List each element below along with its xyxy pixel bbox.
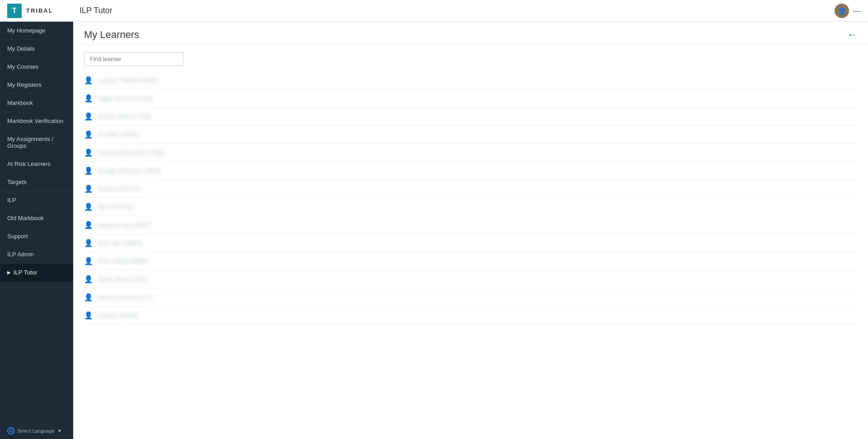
person-icon: 👤 [84, 311, 93, 320]
person-icon: 👤 [84, 94, 93, 103]
person-icon: 👤 [84, 184, 93, 193]
person-icon: 👤 [84, 76, 93, 85]
person-icon: 👤 [84, 239, 93, 247]
search-input[interactable] [84, 52, 183, 66]
list-item[interactable]: 👤Narem Allxxxxx (377) [84, 288, 857, 307]
content-area: My Learners ← 👤Learner TRMM 456893👤Tigge… [73, 22, 868, 439]
learner-name: Learner blurred [98, 312, 138, 319]
logo-letter: T [12, 7, 17, 15]
sidebar-item-old-markbook[interactable]: Old Markbook [0, 209, 73, 227]
sidebar-item-my-courses[interactable]: My Courses [0, 58, 73, 76]
person-icon: 👤 [84, 203, 93, 211]
learner-name: Tigger Xxxxxxx (T53) [98, 95, 153, 102]
back-button[interactable]: ← [847, 29, 857, 41]
minimize-button[interactable]: — [853, 7, 861, 15]
person-icon: 👤 [84, 293, 93, 302]
sidebar-item-ilp-admin[interactable]: ILP Admin [0, 245, 73, 264]
list-item[interactable]: 👤Nayaram de (J4897) [84, 216, 857, 234]
sidebar-item-markbook-verification[interactable]: Markbook Verification [0, 112, 73, 130]
learner-name: Narem Allxxxxx (377) [98, 294, 153, 301]
page-title: My Learners [84, 29, 139, 41]
select-language-label: Select Language [17, 428, 55, 434]
header-user: 👤 — [835, 4, 861, 18]
learner-name: Si edits (J3894) [98, 131, 138, 138]
select-language-arrow: ▼ [57, 428, 62, 434]
person-icon: 👤 [84, 148, 93, 157]
learner-name: Oner (de (J4894) [98, 240, 142, 246]
list-item[interactable]: 👤Animara Alexunder (TM8) [84, 144, 857, 162]
list-item[interactable]: 👤Oner A5486 J6694) [84, 252, 857, 270]
person-icon: 👤 [84, 221, 93, 229]
learner-list: 👤Learner TRMM 456893👤Tigger Xxxxxxx (T53… [73, 70, 868, 326]
logo-text: TRIBAL [26, 7, 53, 14]
list-item[interactable]: 👤Nerri de (Feb) [84, 198, 857, 216]
learner-name: Nayaram de (J4897) [98, 222, 151, 228]
person-icon: 👤 [84, 166, 93, 175]
list-item[interactable]: 👤Sonrge Alxxxxxxr (J500) [84, 162, 857, 180]
main-layout: My HomepageMy DetailsMy CoursesMy Regist… [0, 22, 868, 439]
list-item[interactable]: 👤Learner blurred [84, 307, 857, 325]
learner-name: Learner TRMM 456893 [98, 77, 158, 84]
google-icon: G [7, 427, 14, 434]
learner-name: Oner A5486 J6694) [98, 258, 149, 264]
learner-name: Surier Alerce (T46) [98, 276, 147, 283]
logo-area: T TRIBAL [7, 4, 79, 18]
sidebar-item-my-homepage[interactable]: My Homepage [0, 22, 73, 40]
learner-name: Sonrge Alxxxxxxr (J500) [98, 167, 161, 174]
sidebar: My HomepageMy DetailsMy CoursesMy Regist… [0, 22, 73, 439]
avatar[interactable]: 👤 [835, 4, 849, 18]
learner-name: Animara Alexunder (TM8) [98, 149, 164, 156]
sidebar-item-my-assignments---groups[interactable]: My Assignments / Groups [0, 130, 73, 155]
sidebar-item-support[interactable]: Support [0, 227, 73, 245]
list-item[interactable]: 👤Learner TRMM 456893 [84, 71, 857, 90]
list-item[interactable]: 👤Oner (de (J4894) [84, 234, 857, 252]
learner-name: Nerri de (Feb) [98, 203, 134, 210]
person-icon: 👤 [84, 130, 93, 139]
sidebar-item-ilp[interactable]: ILP [0, 191, 73, 209]
learner-name: Nartnxa (6d717) [98, 185, 140, 192]
list-item[interactable]: 👤Surier Alerce (T46) [84, 270, 857, 288]
search-area [73, 45, 868, 70]
sidebar-item-at-risk-learners[interactable]: At Risk Learners [0, 155, 73, 173]
person-icon: 👤 [84, 275, 93, 283]
list-item[interactable]: 👤Si edits (J3894) [84, 126, 857, 144]
sidebar-item-my-registers[interactable]: My Registers [0, 76, 73, 94]
app-title: ILP Tutor [79, 6, 112, 15]
top-header: T TRIBAL ILP Tutor 👤 — [0, 0, 868, 22]
learner-name: Sencer Allerce (T34) [98, 113, 151, 120]
sidebar-item-targets[interactable]: Targets [0, 173, 73, 191]
sidebar-item-ilp-tutor[interactable]: ILP Tutor [0, 264, 73, 282]
content-header: My Learners ← [73, 22, 868, 45]
list-item[interactable]: 👤Tigger Xxxxxxx (T53) [84, 90, 857, 108]
logo-box: T [7, 4, 22, 18]
list-item[interactable]: 👤Nartnxa (6d717) [84, 180, 857, 198]
list-item[interactable]: 👤Sencer Allerce (T34) [84, 108, 857, 126]
sidebar-item-markbook[interactable]: Markbook [0, 94, 73, 112]
person-icon: 👤 [84, 112, 93, 121]
person-icon: 👤 [84, 257, 93, 265]
sidebar-item-my-details[interactable]: My Details [0, 40, 73, 58]
select-language-area[interactable]: G Select Language ▼ [0, 423, 73, 439]
